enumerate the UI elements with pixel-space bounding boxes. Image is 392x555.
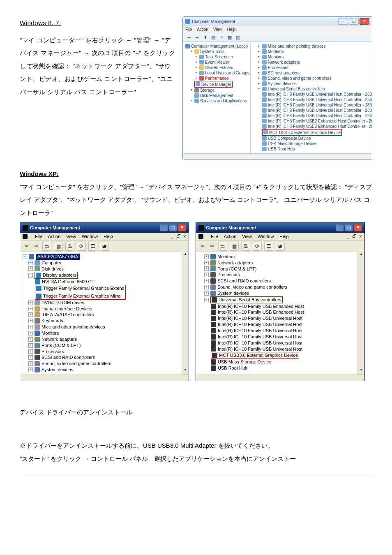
- node-ports[interactable]: Ports (COM & LPT): [217, 266, 256, 272]
- node-disk[interactable]: Disk drives: [42, 266, 64, 272]
- node-u2830[interactable]: Intel(R) ICH8 Family USB Universal Host …: [268, 92, 372, 97]
- node-dvd[interactable]: DVD/CD-ROM drives: [42, 300, 84, 306]
- computer-icon[interactable]: 🖳: [276, 242, 285, 251]
- expand-icon[interactable]: +: [28, 312, 33, 317]
- scroll-up-icon[interactable]: ▲: [358, 252, 364, 259]
- node-proc[interactable]: Processors: [42, 349, 64, 355]
- expand-icon[interactable]: +: [28, 301, 33, 305]
- node-u2836[interactable]: Intel(R) ICH8 Family USB2 Enhanced Host …: [268, 118, 372, 124]
- expand-icon[interactable]: +: [204, 285, 209, 289]
- node-uh6[interactable]: Intel(R) ICH10 Family USB Universal Host: [218, 346, 302, 352]
- expand-icon[interactable]: +: [28, 368, 33, 372]
- node-sound[interactable]: Sound, video and game controllers: [42, 361, 111, 367]
- node-eh1[interactable]: Intel(R) ICH10 Family USB Enhanced Host: [218, 303, 304, 310]
- node-net[interactable]: Network adapters: [217, 260, 253, 266]
- close-button[interactable]: ✕: [354, 224, 362, 231]
- computer-icon[interactable]: 🖳: [100, 242, 109, 251]
- forward-icon[interactable]: ➡: [194, 34, 200, 41]
- node-mice[interactable]: Mice and other pointing devices: [268, 44, 326, 49]
- node-u2835[interactable]: Intel(R) ICH8 Family USB Universal Host …: [268, 113, 372, 118]
- node-root[interactable]: USB Root Hub: [218, 365, 247, 371]
- tree-local-users[interactable]: Local Users and Groups: [205, 70, 249, 76]
- node-u2831[interactable]: Intel(R) ICH8 Family USB Universal Host …: [268, 97, 372, 102]
- maximize-button[interactable]: ▢: [349, 18, 359, 25]
- tree-device-manager[interactable]: Device Manager: [201, 82, 231, 87]
- node-usb[interactable]: Universal Serial Bus controllers: [219, 297, 281, 303]
- node-kb[interactable]: Keyboards: [42, 318, 63, 324]
- refresh-icon[interactable]: ⟳: [253, 242, 262, 251]
- node-net[interactable]: Network adapters: [42, 336, 77, 342]
- expand-icon[interactable]: ▸: [257, 66, 261, 69]
- node-scsi[interactable]: SCSI and RAID controllers: [217, 278, 271, 284]
- node-sound[interactable]: Sound, video and game controllers: [217, 284, 287, 290]
- refresh-icon[interactable]: ▦: [226, 34, 233, 41]
- expand-icon[interactable]: ▸: [257, 71, 261, 75]
- node-uh2[interactable]: Intel(R) ICH10 Family USB Universal Host: [218, 321, 302, 328]
- forward-icon[interactable]: ⇨: [32, 243, 40, 249]
- node-sys[interactable]: System devices: [217, 290, 249, 296]
- node-display[interactable]: Display adapters: [43, 272, 76, 278]
- tree-root[interactable]: AAA-F2C2A5773BA: [36, 254, 80, 260]
- expand-icon[interactable]: +: [28, 361, 33, 366]
- node-ports[interactable]: Ports (COM & LPT): [42, 342, 81, 349]
- node-comp[interactable]: USB Composite Device: [268, 136, 311, 141]
- print-icon[interactable]: 🖶: [65, 242, 74, 251]
- help-icon[interactable]: ?: [218, 34, 225, 41]
- node-sd[interactable]: SD host adapters: [268, 70, 300, 76]
- scrollbar[interactable]: ▲ ▼: [357, 252, 364, 375]
- up-icon[interactable]: 🗀: [218, 242, 227, 251]
- node-proc[interactable]: Processors: [217, 272, 240, 278]
- scroll-down-icon[interactable]: ▼: [358, 368, 364, 375]
- up-icon[interactable]: ⬆: [202, 34, 208, 41]
- node-trig-mir[interactable]: Trigger Family External Graphics Mirro: [43, 293, 120, 299]
- mdi-buttons[interactable]: _ 🗗 ✕: [347, 234, 362, 240]
- minimize-button[interactable]: _: [160, 224, 168, 231]
- expand-icon[interactable]: ▸: [257, 55, 261, 59]
- node-hid[interactable]: Human Interface Devices: [42, 306, 92, 312]
- collapse-icon[interactable]: −: [23, 254, 27, 259]
- node-uh3[interactable]: Intel(R) ICH10 Family USB Universal Host: [218, 328, 302, 334]
- node-computer[interactable]: Computer: [42, 260, 61, 266]
- expand-icon[interactable]: ▸: [257, 50, 261, 53]
- node-uh5[interactable]: Intel(R) ICH10 Family USB Universal Host: [218, 340, 302, 346]
- tree-performance[interactable]: Performance: [205, 76, 228, 81]
- node-scsi[interactable]: SCSI and RAID controllers: [42, 354, 95, 361]
- node-monitors[interactable]: Monitors: [268, 54, 284, 60]
- node-mass[interactable]: USB Mass Storage Device: [218, 359, 271, 365]
- expand-icon[interactable]: ▸: [194, 76, 198, 80]
- back-icon[interactable]: ⬅: [185, 34, 192, 41]
- list-icon[interactable]: ☰: [88, 242, 97, 251]
- menu-action[interactable]: Action: [48, 234, 61, 240]
- close-button[interactable]: ✕: [360, 18, 369, 25]
- print-icon[interactable]: 🖶: [241, 242, 250, 251]
- collapse-icon[interactable]: −: [204, 298, 209, 302]
- close-button[interactable]: ✕: [178, 224, 186, 231]
- node-u283a[interactable]: Intel(R) ICH8 Family USB2 Enhanced Host …: [268, 124, 372, 129]
- expand-icon[interactable]: ▸: [257, 76, 261, 80]
- node-net[interactable]: Network adapters: [268, 60, 300, 65]
- node-mct[interactable]: MCT USB3.0 External Graphics Device: [219, 352, 298, 358]
- tree-disk-mgmt[interactable]: Disk Management: [200, 93, 233, 98]
- expand-icon[interactable]: +: [28, 266, 33, 271]
- menu-help[interactable]: Help: [104, 234, 113, 240]
- tree-root[interactable]: Computer Management (Local): [191, 44, 248, 49]
- scrollbar[interactable]: ▲ ▼: [182, 252, 189, 375]
- node-uh1[interactable]: Intel(R) ICH10 Family USB Universal Host: [218, 315, 302, 321]
- expand-icon[interactable]: +: [28, 325, 33, 329]
- properties-icon[interactable]: ▤: [210, 34, 217, 41]
- properties-icon[interactable]: ▦: [230, 242, 239, 251]
- node-uh4[interactable]: Intel(R) ICH10 Family USB Universal Host: [218, 334, 302, 340]
- expand-icon[interactable]: +: [28, 349, 33, 354]
- expand-icon[interactable]: +: [204, 273, 209, 277]
- scroll-up-icon[interactable]: ▲: [182, 252, 189, 259]
- menu-file[interactable]: File: [35, 234, 42, 240]
- expand-icon[interactable]: +: [204, 266, 209, 271]
- expand-icon[interactable]: +: [204, 254, 209, 259]
- node-u2832[interactable]: Intel(R) ICH8 Family USB Universal Host …: [268, 102, 372, 108]
- properties-icon[interactable]: ▦: [54, 242, 63, 251]
- node-mct[interactable]: MCT USB3.0 External Graphics Device: [269, 130, 341, 135]
- node-roothub[interactable]: USB Root Hub: [268, 146, 295, 152]
- expand-icon[interactable]: ▸: [257, 60, 261, 64]
- win7-titlebar[interactable]: Computer Management — ▢ ✕: [183, 17, 372, 26]
- expand-icon[interactable]: +: [28, 319, 33, 323]
